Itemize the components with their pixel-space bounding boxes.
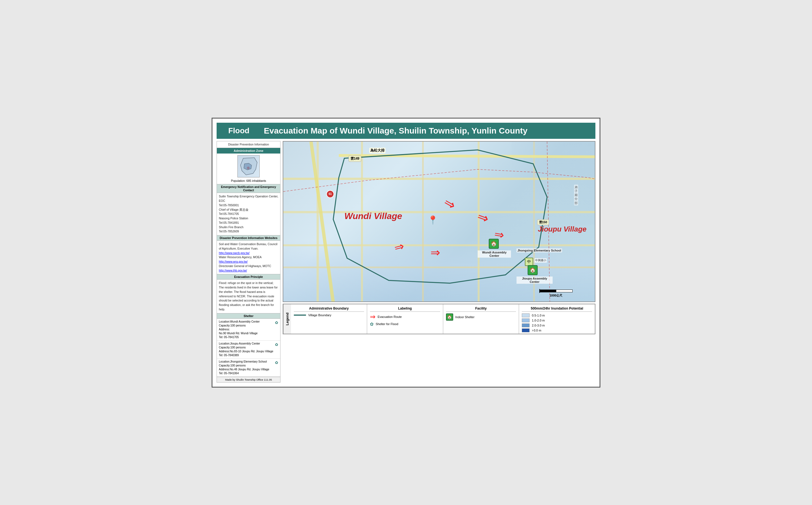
shelter-section: Shelter Location:Wundi Assembly Center C… <box>217 313 280 377</box>
legend-inundation-title: 500mm/24hr Inundation Potential <box>522 307 592 312</box>
inundation-row-1: 0.5-1.0 m <box>522 313 592 317</box>
right-content: 為松大排 雲149 61 雲150 弟子廟分部 Wundi Village Ji… <box>283 141 596 382</box>
legend-shelter-flood-item: ✿ Shelter for Flood <box>370 322 440 327</box>
inundation-color-1 <box>522 313 529 317</box>
shelter-item-2: Location:Jioupu Assembly Center Capacity… <box>217 341 280 359</box>
indoor-shelter-icon: 🏠 <box>446 313 453 321</box>
contact-fire: Shuilin Fire Branch <box>219 225 278 229</box>
disaster-prevention-section: Disaster Prevention Information <box>217 141 280 148</box>
main-container: Flood Evacuation Map of Wundi Village, S… <box>212 118 600 387</box>
inundation-row-3: 2.0-3.0 m <box>522 323 592 327</box>
inundation-color-3 <box>522 323 529 327</box>
population-text: Population: 685 inhabitants <box>231 179 266 182</box>
shelter-2-water-icon: ✿ <box>275 342 278 348</box>
evacuation-text: Flood: refuge on the spot or in the vert… <box>217 280 280 313</box>
admin-mini-map <box>237 155 260 177</box>
made-by: Made by Shuilin Township Office 111.05 <box>217 377 280 382</box>
wundi-village-label: Wundi Village <box>344 211 402 221</box>
inundation-label-2: 1.0-2.0 m <box>532 319 544 322</box>
jioupu-village-label: Jioupu Village <box>538 225 587 233</box>
road-h2 <box>283 211 595 213</box>
road-v1 <box>317 142 319 302</box>
contact-police-tel: Tel:05-7841891 <box>219 221 278 225</box>
legend-village-boundary-item: Village Boundary <box>294 313 364 317</box>
shelter-1-water-icon: ✿ <box>275 320 278 326</box>
emergency-header: Emergency Notification and Emergency Con… <box>217 184 280 193</box>
inundation-color-2 <box>522 318 529 322</box>
indoor-shelter-label: Indoor Shelter <box>455 315 475 319</box>
contact-chief-tel: Tel:05-7841705 <box>219 212 278 216</box>
village-boundary-line <box>294 315 306 316</box>
websites-content: Soil and Water Conservation Bureau, Coun… <box>217 241 280 274</box>
evacuation-arrow-4: ⇒ <box>431 246 440 259</box>
school-icon: 中 <box>525 258 533 266</box>
legend-labeling: Labeling ⇒ Evacuation Route ✿ Shelter fo… <box>367 304 443 334</box>
shelter-flood-label: Shelter for Flood <box>376 322 398 326</box>
contact-chief: Chief of Village-黃志金 <box>219 208 278 212</box>
url3[interactable]: http://www.thb.gov.tw/ <box>219 269 247 272</box>
inundation-label-4: >3.0 m <box>532 329 541 332</box>
legend-evacuation-route-item: ⇒ Evacuation Route <box>370 313 440 320</box>
shelter-item-1: Location:Wundi Assembly Center Capacity:… <box>217 319 280 341</box>
highway-149-shield: 雲149 <box>348 155 361 162</box>
legend-indoor-shelter-item: 🏠 Indoor Shelter <box>446 313 516 321</box>
road-fusong-label: 為松大排 <box>369 148 385 153</box>
websites-header: Disaster Prevention Information Websites <box>217 235 280 241</box>
jioupu-assembly-label: Jioupu Assembly Center <box>516 277 552 284</box>
shelter-1-text: Location:Wundi Assembly Center Capacity:… <box>219 320 274 339</box>
legend-admin-title: Administrative Boundary <box>294 307 364 312</box>
page-title: Evacuation Map of Wundi Village, Shuilin… <box>264 126 527 136</box>
highway-61-shield: 61 <box>326 190 334 198</box>
inundation-row-2: 1.0-2.0 m <box>522 318 592 322</box>
highway-agency: Directorate General of Highways, MOTC <box>219 264 278 269</box>
map-area: 為松大排 雲149 61 雲150 弟子廟分部 Wundi Village Ji… <box>283 141 596 302</box>
admin-zone-content: Population: 685 inhabitants <box>217 154 280 184</box>
left-panel: Disaster Prevention Information Administ… <box>216 141 281 382</box>
elementary-school-label: Jhongsing Elementary School <box>516 248 562 252</box>
legend-label: Legend <box>283 304 291 334</box>
shelter-item-3: Location:Jhongsing Elementary School Cap… <box>217 359 280 377</box>
inundation-color-4 <box>522 328 529 332</box>
wundi-assembly-label: Wundi Assembly Center <box>478 250 511 258</box>
legend-labeling-title: Labeling <box>370 307 440 312</box>
url2[interactable]: http://www.wra.gov.tw/ <box>219 260 248 263</box>
evacuation-principle-text: Flood: refuge on the spot or in the vert… <box>219 281 278 312</box>
wundi-assembly-icon: 🏠 <box>489 239 499 249</box>
contact-eoc: Suilin Township Emergency Operation Cent… <box>219 194 278 203</box>
shelter-flood-icon: ✿ <box>370 322 373 327</box>
shelter-3-text: Location:Jhongsing Elementary School Cap… <box>219 360 274 375</box>
contact-police: Niasong Police Station <box>219 216 278 221</box>
url1[interactable]: http://www.swcb.gov.tw/ <box>219 251 250 255</box>
contact-fire-tel: Tel:05-7852609 <box>219 229 278 234</box>
legend-inundation: 500mm/24hr Inundation Potential 0.5-1.0 … <box>519 304 595 334</box>
legend-admin-boundary: Administrative Boundary Village Boundary <box>291 304 367 334</box>
shelter-2-text: Location:Jioupu Assembly Center Capacity… <box>219 342 274 357</box>
evacuation-route-arrow-icon: ⇒ <box>370 313 375 320</box>
highway-150-shield: 雲150 <box>537 219 549 225</box>
inundation-label-1: 0.5-1.0 m <box>532 314 544 317</box>
contact-eoc-tel: Tel:05-7850001 <box>219 203 278 208</box>
scale-bar: 1000公尺 <box>539 290 573 298</box>
location-pin: 📍 <box>428 215 438 225</box>
road-h1 <box>283 178 595 180</box>
legend-sections: Administrative Boundary Village Boundary… <box>291 304 595 334</box>
road-v2 <box>361 142 363 302</box>
water-agency: Water Resources Agency, MOEA <box>219 255 278 260</box>
evacuation-principle-header: Evacuation Principle <box>217 274 280 280</box>
websites-text: Soil and Water Conservation Bureau, Coun… <box>219 242 278 251</box>
header: Flood Evacuation Map of Wundi Village, S… <box>216 123 596 139</box>
evacuation-principle-section: Evacuation Principle Flood: refuge on th… <box>217 274 280 313</box>
legend-area: Legend Administrative Boundary Village B… <box>283 304 596 334</box>
jioupu-assembly-icon: 🏠 <box>528 265 538 275</box>
admin-zone-section: Administration Zone Popula <box>217 148 280 184</box>
admin-zone-header: Administration Zone <box>217 148 280 154</box>
svg-marker-2 <box>244 163 252 170</box>
scale-label: 1000公尺 <box>549 294 562 298</box>
road-h4 <box>283 267 595 268</box>
township-label-right: 弟子廟分部 <box>574 185 578 205</box>
flood-label: Flood <box>222 126 256 135</box>
inundation-row-4: >3.0 m <box>522 328 592 332</box>
evacuation-route-label: Evacuation Route <box>378 315 402 318</box>
legend-facility-title: Facility <box>446 307 516 312</box>
emergency-contacts: Suilin Township Emergency Operation Cent… <box>217 193 280 235</box>
